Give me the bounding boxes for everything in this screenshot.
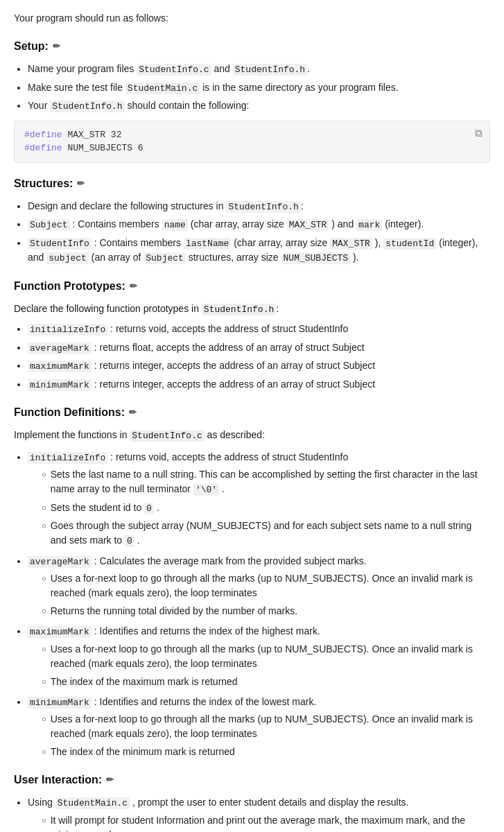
function-prototypes-heading: Function Prototypes: ✏ [14, 278, 490, 295]
prototypes-edit-icon[interactable]: ✏ [130, 279, 137, 293]
interaction-item-1: Using StudentMain.c , prompt the user to… [28, 795, 490, 832]
prototypes-intro: Declare the following function prototype… [14, 302, 490, 317]
structures-edit-icon[interactable]: ✏ [77, 177, 85, 191]
intro-text: Your program should run as follows: [14, 11, 490, 26]
setup-item-3: Your StudentInfo.h should contain the fo… [28, 98, 490, 114]
code-block-defines: ⧉ #define MAX_STR 32 #define NUM_SUBJECT… [14, 121, 490, 163]
structures-list: Design and declare the following structu… [14, 199, 490, 266]
user-interaction-section: User Interaction: ✏ Using StudentMain.c … [14, 772, 490, 832]
maximum-sub-2: The index of the maximum mark is returne… [42, 675, 490, 689]
minimum-sub-list: Uses a for-next loop to go through all t… [28, 712, 490, 759]
setup-item-1: Name your program files StudentInfo.c an… [28, 62, 490, 77]
minimum-sub-2: The index of the minimum mark is returne… [42, 745, 490, 759]
function-definitions-heading: Function Definitions: ✏ [14, 404, 490, 421]
initialize-sub-1: Sets the last name to a null string. Thi… [42, 467, 490, 497]
maximum-sub-list: Uses a for-next loop to go through all t… [28, 642, 490, 689]
proto-item-2: averageMark : returns float, accepts the… [28, 340, 490, 356]
proto-item-4: minimumMark : returns integer, accepts t… [28, 377, 490, 392]
code-line-2: #define NUM_SUBJECTS 6 [24, 141, 480, 155]
function-definitions-section: Function Definitions: ✏ Implement the fu… [14, 404, 490, 759]
copy-icon[interactable]: ⧉ [475, 127, 483, 143]
setup-list: Name your program files StudentInfo.c an… [14, 62, 490, 114]
minimum-sub-1: Uses a for-next loop to go through all t… [42, 712, 490, 741]
setup-section: Setup: ✏ Name your program files Student… [14, 38, 490, 163]
structures-item-studentinfo: StudentInfo : Contains members lastName … [28, 236, 490, 266]
proto-item-3: maximumMark : returns integer, accepts t… [28, 358, 490, 374]
interaction-edit-icon[interactable]: ✏ [106, 773, 114, 787]
proto-item-1: initializeInfo : returns void, accepts t… [28, 322, 490, 337]
definitions-intro: Implement the functions in StudentInfo.c… [14, 428, 490, 443]
initialize-sub-3: Goes through the subject array (NUM_SUBJ… [42, 519, 490, 548]
def-item-average: averageMark : Calculates the average mar… [28, 554, 490, 619]
def-item-maximum: maximumMark : Identifies and returns the… [28, 624, 490, 689]
interaction-sub-1: It will prompt for student Information a… [42, 813, 490, 833]
structures-item-subject: Subject : Contains members name (char ar… [28, 217, 490, 232]
initialize-sub-list: Sets the last name to a null string. Thi… [28, 467, 490, 548]
function-prototypes-section: Function Prototypes: ✏ Declare the follo… [14, 278, 490, 392]
structures-section: Structures: ✏ Design and declare the fol… [14, 175, 490, 266]
setup-heading: Setup: ✏ [14, 38, 490, 55]
average-sub-2: Returns the running total divided by the… [42, 604, 490, 618]
structures-intro: Design and declare the following structu… [28, 199, 490, 214]
structures-heading: Structures: ✏ [14, 175, 490, 192]
average-sub-list: Uses a for-next loop to go through all t… [28, 571, 490, 618]
def-item-initialize: initializeInfo : returns void, accepts t… [28, 450, 490, 548]
interaction-list: Using StudentMain.c , prompt the user to… [14, 795, 490, 832]
def-item-minimum: minimumMark : Identifies and returns the… [28, 695, 490, 760]
initialize-sub-2: Sets the student id to 0 . [42, 501, 490, 516]
user-interaction-heading: User Interaction: ✏ [14, 772, 490, 788]
average-sub-1: Uses a for-next loop to go through all t… [42, 571, 490, 600]
interaction-sub-list: It will prompt for student Information a… [28, 813, 490, 833]
setup-edit-icon[interactable]: ✏ [53, 40, 60, 53]
setup-item-2: Make sure the test file StudentMain.c is… [28, 80, 490, 96]
page-container: Your program should run as follows: Setu… [0, 0, 504, 832]
definitions-edit-icon[interactable]: ✏ [129, 406, 137, 419]
prototypes-list: initializeInfo : returns void, accepts t… [14, 322, 490, 392]
definitions-list: initializeInfo : returns void, accepts t… [14, 450, 490, 760]
maximum-sub-1: Uses a for-next loop to go through all t… [42, 642, 490, 671]
code-line-1: #define MAX_STR 32 [24, 128, 480, 142]
